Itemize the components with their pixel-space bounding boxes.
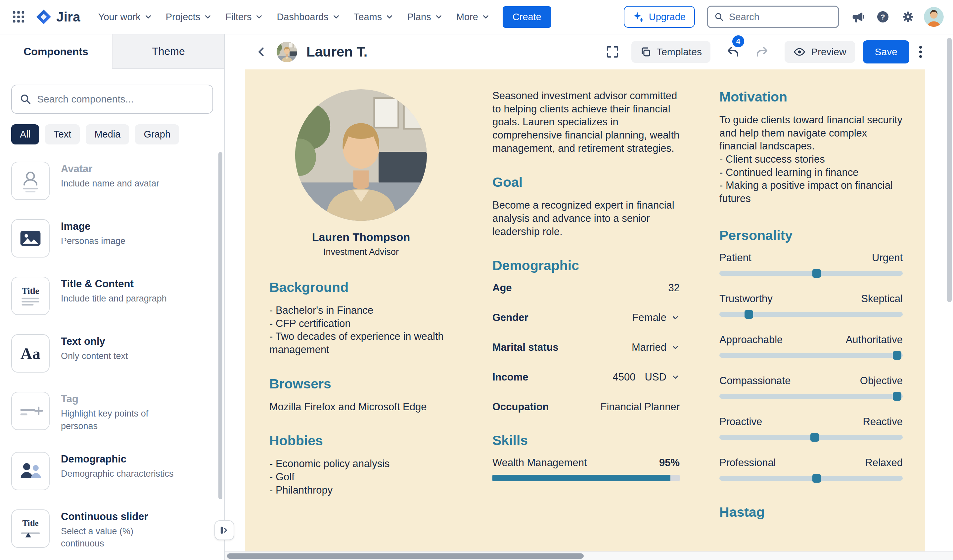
component-demographic[interactable]: Demographic Demographic characteristics xyxy=(11,452,213,490)
slider-track[interactable] xyxy=(719,435,903,440)
skill-progress-bar[interactable] xyxy=(492,475,680,481)
section-background[interactable]: Background - Bachelor's in Finance - CFP… xyxy=(269,280,453,356)
svg-text:?: ? xyxy=(880,13,885,21)
background-item: - Two decades of experience in wealth ma… xyxy=(269,330,453,356)
personality-slider-proactive-reactive: Proactive Reactive xyxy=(719,416,903,440)
settings-button[interactable] xyxy=(896,6,920,28)
component-search-input[interactable] xyxy=(37,94,205,105)
horizontal-scrollbar[interactable] xyxy=(225,551,953,560)
component-list: Avatar Include name and avatar Image Per… xyxy=(0,144,224,550)
slider-track[interactable] xyxy=(719,312,903,317)
component-continuous-slider[interactable]: Title Continuous slider Select a value (… xyxy=(11,509,213,551)
announcements-button[interactable] xyxy=(846,6,870,28)
component-tag[interactable]: Tag Highlight key points of personas xyxy=(11,392,213,433)
slider-handle[interactable] xyxy=(810,433,819,442)
templates-button[interactable]: Templates xyxy=(632,41,711,63)
section-hobbies[interactable]: Hobbies - Economic policy analysis - Gol… xyxy=(269,433,453,497)
section-goal[interactable]: Goal Become a recognized expert in finan… xyxy=(492,175,680,238)
field-label: Income xyxy=(492,371,528,383)
component-text-only[interactable]: Aa Text only Only content text xyxy=(11,334,213,373)
chevron-down-icon xyxy=(435,12,443,21)
section-heading: Motivation xyxy=(719,89,903,105)
component-title: Image xyxy=(61,221,126,232)
persona-canvas: Lauren Thompson Investment Advisor Backg… xyxy=(245,70,925,560)
filter-graph[interactable]: Graph xyxy=(135,124,179,144)
persona-role[interactable]: Investment Advisor xyxy=(269,247,453,257)
marital-status-select[interactable]: Married xyxy=(632,342,680,353)
save-button[interactable]: Save xyxy=(863,40,909,63)
redo-button[interactable] xyxy=(751,42,773,62)
motivation-item: - Client success stories xyxy=(719,153,903,166)
nav-more[interactable]: More xyxy=(450,7,496,27)
slider-labels: Proactive Reactive xyxy=(719,416,903,428)
slider-handle[interactable] xyxy=(745,310,753,319)
editor-header: Lauren T. Templates xyxy=(225,34,953,70)
primary-nav: Your work Projects Filters Dashboards Te… xyxy=(92,7,496,27)
templates-label: Templates xyxy=(657,46,702,57)
filter-text[interactable]: Text xyxy=(45,124,80,144)
help-button[interactable]: ? xyxy=(871,6,895,28)
canvas-column-left: Lauren Thompson Investment Advisor Backg… xyxy=(269,89,453,560)
fullscreen-icon xyxy=(605,45,619,59)
slider-handle[interactable] xyxy=(893,392,902,401)
app-switcher-icon[interactable] xyxy=(7,6,30,28)
more-options-button[interactable] xyxy=(917,43,924,61)
canvas-area: Lauren Thompson Investment Advisor Backg… xyxy=(225,70,953,560)
persona-name[interactable]: Lauren Thompson xyxy=(269,231,453,244)
slider-labels: Compassionate Objective xyxy=(719,375,903,387)
tab-theme[interactable]: Theme xyxy=(112,34,224,69)
sidebar-tabs: Components Theme xyxy=(0,34,224,69)
component-avatar[interactable]: Avatar Include name and avatar xyxy=(11,162,213,200)
slider-track[interactable] xyxy=(719,476,903,481)
slider-track[interactable] xyxy=(719,353,903,358)
tab-components[interactable]: Components xyxy=(0,34,112,69)
preview-button[interactable]: Preview xyxy=(785,41,855,63)
component-texts: Image Personas image xyxy=(61,219,126,258)
nav-label: Teams xyxy=(354,12,382,22)
global-search[interactable] xyxy=(707,6,839,28)
persona-photo[interactable] xyxy=(295,89,427,221)
slider-track[interactable] xyxy=(719,394,903,399)
component-image[interactable]: Image Personas image xyxy=(11,219,213,258)
upgrade-button[interactable]: Upgrade xyxy=(624,6,695,28)
canvas-column-right: Motivation To guide clients toward finan… xyxy=(719,89,903,560)
components-sidebar: Components Theme All Text Media Graph xyxy=(0,34,225,560)
persona-summary[interactable]: Seasoned investment advisor committed to… xyxy=(492,89,680,155)
jira-logo[interactable]: Jira xyxy=(32,9,87,25)
filter-all[interactable]: All xyxy=(11,124,39,144)
section-motivation[interactable]: Motivation To guide clients toward finan… xyxy=(719,89,903,205)
nav-projects[interactable]: Projects xyxy=(160,7,219,27)
back-button[interactable] xyxy=(254,45,269,59)
income-value[interactable]: 4500 xyxy=(613,371,636,383)
component-title-content[interactable]: Title Title & Content Include title and … xyxy=(11,277,213,315)
filter-media[interactable]: Media xyxy=(86,124,129,144)
nav-teams[interactable]: Teams xyxy=(348,7,400,27)
slider-track[interactable] xyxy=(719,271,903,276)
section-browsers[interactable]: Browsers Mozilla Firefox and Microsoft E… xyxy=(269,376,453,413)
nav-dashboards[interactable]: Dashboards xyxy=(271,7,346,27)
redo-icon xyxy=(756,46,769,58)
section-demographic: Demographic Age 32 Gender Female xyxy=(492,258,680,413)
slider-handle[interactable] xyxy=(812,474,821,483)
chevron-left-icon xyxy=(256,46,267,58)
page-vertical-scrollbar[interactable] xyxy=(947,38,951,302)
global-search-input[interactable] xyxy=(729,12,832,22)
fullscreen-button[interactable] xyxy=(602,41,623,63)
motivation-item: - Making a positive impact on financial … xyxy=(719,179,903,205)
create-button[interactable]: Create xyxy=(503,6,551,28)
gender-select[interactable]: Female xyxy=(632,312,680,323)
sidebar-scrollbar[interactable] xyxy=(219,152,222,499)
user-avatar[interactable] xyxy=(924,7,944,27)
nav-your-work[interactable]: Your work xyxy=(92,7,158,27)
occupation-value[interactable]: Financial Planner xyxy=(600,401,680,413)
income-group: 4500 USD xyxy=(613,371,680,383)
income-currency-select[interactable]: USD xyxy=(645,371,680,383)
slider-handle[interactable] xyxy=(893,351,902,360)
nav-plans[interactable]: Plans xyxy=(401,7,449,27)
slider-handle[interactable] xyxy=(812,269,821,278)
horizontal-scrollbar-thumb[interactable] xyxy=(227,554,584,559)
age-value[interactable]: 32 xyxy=(669,282,680,294)
nav-filters[interactable]: Filters xyxy=(219,7,269,27)
collapse-sidebar-button[interactable] xyxy=(214,520,234,540)
component-search[interactable] xyxy=(11,85,213,114)
